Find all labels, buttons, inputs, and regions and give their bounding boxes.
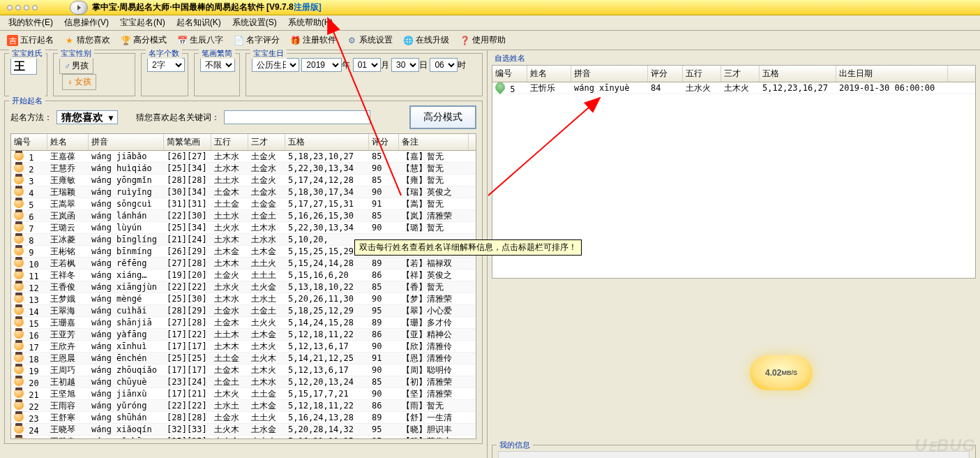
table-row[interactable]: 23王舒寒wáng shūhán[28][28]土金水土土火5,16,24,13…	[11, 412, 476, 424]
col-header[interactable]: 姓名	[527, 66, 571, 82]
menu-item[interactable]: 我的软件(E)	[3, 15, 59, 31]
menu-item[interactable]: 系统设置(S)	[227, 15, 282, 31]
toolbar-globe-button[interactable]: 🌐在线升级	[398, 33, 453, 47]
col-header[interactable]: 评分	[648, 66, 683, 82]
table-row[interactable]: 5王嵩翠wáng sōngcuì[31][31]土土金土金金5,17,27,15…	[11, 198, 476, 210]
title-bar: 掌中宝·周易起名大师·中国最棒的周易起名软件 [V9.7.8注册版]	[0, 0, 980, 15]
table-row[interactable]: 25王雅春wáng yǎchūn[25][25]土木金土土木5,16,21,10…	[11, 436, 476, 438]
surname-fieldset: 宝宝姓氏	[4, 53, 47, 96]
face-icon	[14, 186, 24, 196]
menu-item[interactable]: 起名知识(K)	[171, 15, 227, 31]
gender-fieldset: 宝宝性别 ♂男孩 ♀女孩	[53, 53, 135, 96]
tooltip: 双击每行姓名查看姓名详细解释信息，点击标题栏可排序！	[354, 239, 582, 256]
table-row[interactable]: 16王亚芳wáng yàfāng[17][22]土土木土木金5,12,18,11…	[11, 329, 476, 341]
table-row[interactable]: 20王初越wáng chūyuè[23][24]土金土土木水5,12,20,13…	[11, 376, 476, 388]
year-select[interactable]: 2019	[301, 58, 342, 72]
table-row[interactable]: 11王祥冬wáng xiáng…[19][20]土金火土土土5,15,16,6,…	[11, 269, 476, 281]
cal-icon: 📅	[176, 35, 188, 46]
menu-item[interactable]: 系统帮助(H)	[282, 15, 339, 31]
month-select[interactable]: 01	[353, 58, 381, 72]
face-icon	[14, 222, 24, 232]
toolbar-gear-button[interactable]: ⚙系统设置	[342, 33, 397, 47]
face-icon	[14, 163, 24, 172]
table-row[interactable]: 18王恩晨wáng ēnchén[25][25]土土金土火木5,14,21,12…	[11, 353, 476, 364]
col-header[interactable]: 五行	[211, 134, 248, 150]
table-row[interactable]: 5王忻乐wáng xīnyuè84土水火土木火5,12,23,16,272019…	[492, 82, 975, 94]
table-row[interactable]: 15王珊嘉wáng shānjiā[27][28]土金木土火火5,14,24,1…	[11, 317, 476, 329]
self-grid-header[interactable]: 编号姓名拼音评分五行三才五格出生日期	[492, 66, 975, 82]
col-header[interactable]: 评分	[369, 134, 399, 150]
face-icon	[14, 400, 24, 410]
trad-select[interactable]: 不限	[200, 58, 235, 72]
table-row[interactable]: 10王若枫wáng rěfēng[27][28]土木木土土火5,15,24,14…	[11, 258, 476, 269]
face-icon	[14, 353, 24, 362]
face-icon	[14, 388, 24, 398]
calendar-select[interactable]: 公历生日	[252, 58, 299, 72]
table-row[interactable]: 7王璐云wáng lùyún[25][34]土火水土木水5,22,30,13,3…	[11, 222, 476, 234]
toolbar-trophy-button[interactable]: 🏆高分模式	[116, 33, 171, 47]
menu-item[interactable]: 信息操作(V)	[59, 15, 114, 31]
col-header[interactable]: 拼音	[89, 134, 164, 150]
face-icon	[14, 364, 24, 374]
col-header[interactable]: 五格	[760, 66, 836, 82]
mode-button[interactable]: 高分模式	[409, 105, 476, 129]
col-header[interactable]: 编号	[11, 134, 47, 150]
table-row[interactable]: 4王瑞颖wáng ruìyǐng[30][34]土金木土金水5,18,30,17…	[11, 186, 476, 198]
col-header[interactable]: 备注	[399, 134, 469, 150]
col-header[interactable]: 五行	[683, 66, 721, 82]
toolbar-doc-button[interactable]: 📄名字评分	[229, 33, 284, 47]
face-icon	[14, 436, 24, 439]
face-icon	[14, 175, 24, 184]
table-row[interactable]: 17王欣卉wáng xīnhuì[17][17]土木木土木火5,12,13,6,…	[11, 341, 476, 353]
toolbar-gift-button[interactable]: 🎁注册软件	[285, 33, 340, 47]
face-icon	[14, 341, 24, 350]
gender-male-button[interactable]: ♂男孩	[59, 58, 93, 74]
table-row[interactable]: 6王岚函wáng lánhán[22][30]土土水土金土5,16,26,15,…	[11, 210, 476, 222]
col-header[interactable]: 编号	[492, 66, 527, 82]
count-label: 名字个数	[146, 48, 182, 59]
doc-icon: 📄	[233, 35, 244, 46]
table-row[interactable]: 2王慧乔wáng huìqiáo[25][34]土水木土金水5,22,30,13…	[11, 163, 476, 175]
table-row[interactable]: 3王雍敏wáng yōngmǐn[28][28]土土水土金火5,17,24,12…	[11, 175, 476, 186]
table-row[interactable]: 1王嘉葆wáng jiābǎo[26][27]土木水土金火5,18,23,10,…	[11, 151, 476, 163]
table-row[interactable]: 24王晓琴wáng xiǎoqín[32][33]土火木土水金5,20,28,1…	[11, 424, 476, 436]
menu-item[interactable]: 宝宝起名(N)	[114, 15, 171, 31]
table-row[interactable]: 22王雨容wáng yǔróng[22][22]土水土土木金5,12,18,11…	[11, 400, 476, 412]
birth-label: 宝宝生日	[250, 48, 287, 59]
face-icon	[14, 210, 24, 220]
toolbar-ji-button[interactable]: 吉五行起名	[3, 33, 58, 47]
face-icon	[14, 412, 24, 422]
col-header[interactable]: 拼音	[571, 66, 648, 82]
grid-header[interactable]: 编号姓名拼音简繁笔画五行三才五格评分备注	[11, 134, 476, 151]
col-header[interactable]: 三才	[721, 66, 760, 82]
face-icon	[14, 293, 24, 303]
keyword-input[interactable]	[224, 110, 370, 124]
hour-select[interactable]: 06	[430, 58, 458, 72]
col-header[interactable]: 简繁笔画	[164, 134, 211, 150]
col-header[interactable]: 三才	[248, 134, 285, 150]
table-row[interactable]: 21王坚旭wáng jiānxù[17][21]土木火土土金5,15,17,7,…	[11, 388, 476, 400]
day-select[interactable]: 30	[391, 58, 419, 72]
trophy-icon: 🏆	[120, 35, 131, 46]
toolbar-cal-button[interactable]: 📅生辰八字	[172, 33, 227, 47]
toolbar-help-button[interactable]: ❓使用帮助	[455, 33, 510, 47]
face-icon	[14, 258, 24, 267]
help-icon: ❓	[459, 35, 470, 46]
col-header[interactable]: 姓名	[47, 134, 89, 150]
col-header[interactable]: 出生日期	[836, 66, 948, 82]
surname-input[interactable]	[10, 58, 37, 75]
count-fieldset: 名字个数 2字	[141, 53, 188, 96]
face-icon	[14, 269, 24, 279]
count-select[interactable]: 2字	[147, 58, 185, 72]
table-row[interactable]: 12王香俊wáng xiāngjùn[22][22]土水火土火金5,13,18,…	[11, 281, 476, 293]
info-fieldset: 我的信息 名字将伴随人的一生！ 年轻的父母，无不企盼为自己的孩子起个响亮、动听、…	[492, 445, 976, 458]
surname-label: 宝宝姓氏	[9, 48, 45, 59]
table-row[interactable]: 19王周巧wáng zhōuqiǎo[17][17]土金木土木火5,12,13,…	[11, 364, 476, 376]
table-row[interactable]: 14王翠海wáng cuìhǎi[28][29]土金水土金土5,18,25,12…	[11, 305, 476, 317]
table-row[interactable]: 13王梦娥wáng mèngé[25][30]土木水土水土5,20,26,11,…	[11, 293, 476, 305]
face-icon	[14, 376, 24, 386]
face-icon	[14, 317, 24, 327]
col-header[interactable]: 五格	[285, 134, 369, 150]
toolbar-star-button[interactable]: ★猜您喜欢	[59, 33, 114, 47]
gender-female-button[interactable]: ♀女孩	[62, 74, 96, 90]
